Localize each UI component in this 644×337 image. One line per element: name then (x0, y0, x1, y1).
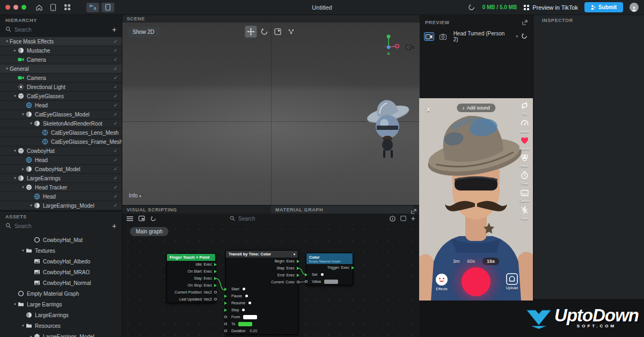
traffic-lights[interactable] (5, 5, 30, 10)
asset-item-empty-material-graph[interactable]: Empty Material Graph (0, 288, 122, 299)
preview-toggle-button[interactable] (101, 3, 114, 12)
hierarchy-search[interactable]: Search + (0, 24, 122, 35)
submit-button[interactable]: Submit (584, 2, 623, 12)
value-port-icon[interactable] (224, 323, 227, 325)
exec-port-icon[interactable] (224, 309, 227, 312)
chevron-down-icon[interactable]: ▾ (4, 67, 10, 71)
visibility-check-icon[interactable]: ✓ (113, 166, 118, 172)
visibility-check-icon[interactable]: ✓ (113, 93, 118, 99)
chevron-down-icon[interactable]: ▾ (28, 121, 34, 126)
hierarchy-item-head-tracker[interactable]: ▾Head Tracker✓ (0, 183, 122, 192)
exec-port-icon[interactable] (352, 266, 354, 269)
device-icon[interactable] (49, 3, 57, 12)
pulse-button[interactable] (243, 288, 245, 290)
chevron-right-icon[interactable]: ▸ (20, 167, 26, 171)
orientation-gizmo[interactable] (378, 33, 399, 59)
exec-port-icon[interactable] (214, 284, 217, 287)
chevron-down-icon[interactable]: ▾ (20, 248, 26, 253)
chevron-down-icon[interactable]: ▾ (12, 302, 18, 306)
close-icon[interactable]: ✕ (426, 106, 431, 114)
exec-port-icon[interactable] (224, 288, 227, 291)
hierarchy-item-face-mask-effects[interactable]: ▾Face Mask Effects✓ (0, 37, 122, 46)
popout-icon[interactable] (522, 18, 528, 27)
scene-camera-icon[interactable] (405, 43, 414, 53)
menu-icon[interactable] (127, 216, 133, 221)
visibility-check-icon[interactable]: ✓ (113, 148, 118, 153)
visibility-check-icon[interactable]: ✓ (113, 139, 118, 144)
photo-preview-icon[interactable] (437, 32, 448, 41)
chevron-right-icon[interactable]: ▸ (28, 334, 34, 337)
hierarchy-item-cateyeglasses-model[interactable]: ▾CatEyeGlasses_Model✓ (0, 110, 122, 119)
asset-item-cowboyhat-albedo[interactable]: CowboyHat_Albedo (0, 256, 122, 267)
pulse-button[interactable] (321, 273, 324, 276)
visual-scripting-toggle-button[interactable] (86, 3, 99, 12)
rail-beautify-button[interactable]: Beautify (519, 137, 530, 150)
hierarchy-item-general[interactable]: ▾General✓ (0, 64, 122, 73)
graph-node-transit-by-time-color[interactable]: Transit by Time: Color▾Begin: ExecStay: … (225, 250, 298, 335)
node-header[interactable]: ColorEmpty Material Graph (306, 253, 353, 264)
hierarchy-item-cateyeglasses-frame-mesh[interactable]: CatEyeGlasses_Frame_Mesh✓ (0, 137, 122, 146)
rail-flash-button[interactable]: Flash (521, 206, 529, 220)
frame-graph-icon[interactable] (138, 216, 145, 221)
add-object-button[interactable]: + (112, 26, 116, 33)
graph-node-color[interactable]: ColorEmpty Material GraphTrigger: ExecSe… (306, 253, 353, 285)
add-asset-button[interactable]: + (112, 222, 116, 230)
record-button[interactable] (462, 267, 491, 296)
node-header[interactable]: Finger Touch + Point (167, 254, 215, 261)
exec-port-icon[interactable] (214, 277, 217, 280)
hierarchy-item-largeearrings[interactable]: ▾LargeEarrings✓ (0, 174, 122, 182)
visibility-check-icon[interactable]: ✓ (113, 121, 118, 126)
visibility-check-icon[interactable]: ✓ (113, 203, 118, 208)
color-swatch[interactable] (324, 280, 338, 284)
hierarchy-item-mustache[interactable]: ▸Mustache✓ (0, 46, 122, 55)
exec-port-icon[interactable] (297, 260, 299, 263)
rail-flip-button[interactable]: Flip (521, 101, 529, 115)
exec-port-icon[interactable] (214, 263, 217, 266)
value-port-icon[interactable] (305, 280, 308, 283)
hierarchy-item-cateyeglasses-lens-mesh[interactable]: CatEyeGlasses_Lens_Mesh✓ (0, 128, 122, 137)
refresh-graph-icon[interactable] (150, 216, 156, 222)
graph-node-finger-touch-point[interactable]: Finger Touch + PointIdle: ExecOn Start: … (166, 253, 216, 303)
rail-caption-button[interactable]: Caption (519, 189, 530, 202)
hierarchy-item-camera[interactable]: Camera✓ (0, 74, 122, 82)
value-port-icon[interactable] (224, 316, 227, 318)
exec-port-icon[interactable] (305, 273, 308, 276)
graph-tab-main[interactable]: Main graph (130, 227, 169, 236)
video-preview-icon[interactable] (424, 32, 434, 41)
chevron-down-icon[interactable]: ▾ (12, 94, 18, 98)
assets-search[interactable]: Search + (0, 221, 122, 231)
chevron-down-icon[interactable]: ▾ (294, 252, 295, 256)
scale-tool-icon[interactable] (272, 26, 284, 38)
exec-port-icon[interactable] (297, 274, 299, 277)
hierarchy-item-cateyeglasses[interactable]: ▾CatEyeGlasses✓ (0, 92, 122, 100)
chevron-down-icon[interactable]: ▾ (20, 185, 26, 189)
info-button[interactable]: Info ▾ (129, 193, 141, 199)
info-icon[interactable] (390, 216, 396, 222)
duration-option-60s[interactable]: 60s (467, 259, 475, 264)
preview-mode-dropdown[interactable]: Head Turned (Person 2) ▾ (453, 31, 518, 42)
value-port-icon[interactable] (224, 329, 227, 332)
upload-button[interactable]: Upload (506, 273, 518, 290)
pulse-button[interactable] (248, 302, 251, 304)
chevron-down-icon[interactable]: ▾ (20, 324, 26, 328)
gizmo-settings-icon[interactable] (286, 26, 297, 38)
minimize-window-icon[interactable] (13, 5, 18, 10)
node-header[interactable]: Transit by Time: Color▾ (226, 251, 298, 258)
refresh-icon[interactable] (467, 3, 476, 12)
pulse-button[interactable] (242, 309, 245, 311)
asset-item-cowboyhat-normal[interactable]: CowboyHat_Normal (0, 277, 122, 288)
chevron-down-icon[interactable]: ▾ (12, 149, 18, 153)
hierarchy-item-largeearrings-model[interactable]: ▾LargeEarrings_Model✓ (0, 201, 122, 210)
account-avatar[interactable] (630, 3, 639, 12)
hierarchy-item-cowboyhat-model[interactable]: ▸CowboyHat_Model✓ (0, 165, 122, 173)
chevron-down-icon[interactable]: ▾ (20, 112, 26, 116)
tab-material-graph[interactable]: MATERIAL GRAPH (271, 206, 413, 214)
exec-port-icon[interactable] (224, 295, 227, 298)
value-field[interactable]: 0.20 (250, 329, 257, 333)
hierarchy-item-skeletonandrenderroot[interactable]: ▾SkeletonAndRenderRoot✓ (0, 119, 122, 128)
duration-option-15s[interactable]: 15s (482, 258, 499, 265)
visibility-check-icon[interactable]: ✓ (113, 102, 118, 108)
preview-in-tiktok-button[interactable]: Preview in TikTok (523, 4, 578, 11)
value-port-icon[interactable] (297, 281, 299, 283)
exec-port-icon[interactable] (297, 267, 299, 270)
